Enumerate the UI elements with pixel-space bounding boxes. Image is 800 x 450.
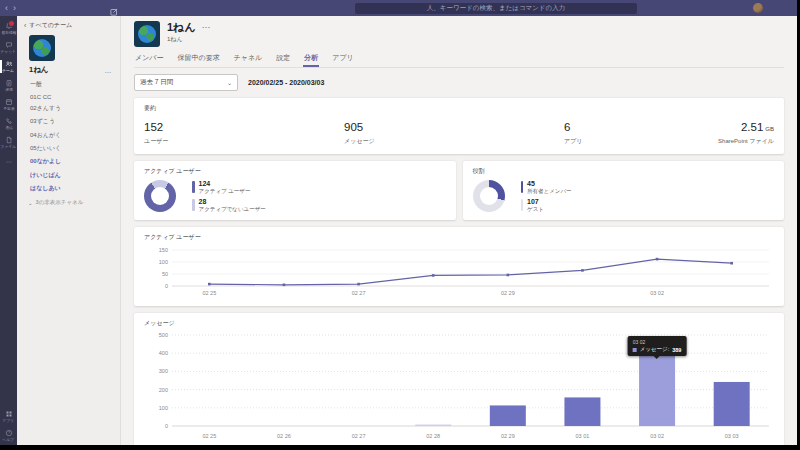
rail-item-label: アプリ xyxy=(3,419,15,423)
nav-back-icon[interactable]: ‹ xyxy=(5,4,8,13)
legend-item: 45所有者とメンバー xyxy=(521,180,572,195)
metric-label: アプリ xyxy=(564,137,704,146)
channel-item[interactable]: 03ずこう xyxy=(17,115,120,128)
tab-分析[interactable]: 分析 xyxy=(303,51,319,67)
tooltip-date: 03 02 xyxy=(633,339,682,345)
rail-item-label: チャット xyxy=(1,50,17,54)
rail-item-label: チーム xyxy=(3,69,15,73)
messages-bar-chart[interactable]: 03 02 メッセージ: 389 010020030040050002 2502… xyxy=(144,330,774,445)
bar-chart-title: メッセージ xyxy=(144,319,774,328)
metric-unit: GB xyxy=(765,126,774,132)
metric-value: 905 xyxy=(344,121,363,133)
rail-item-activity[interactable]: 最新情報 xyxy=(0,19,17,38)
summary-title: 要約 xyxy=(144,104,774,113)
channel-item[interactable]: 一般 xyxy=(17,78,120,91)
user-avatar[interactable] xyxy=(753,3,763,13)
team-more-icon[interactable]: … xyxy=(105,67,113,74)
svg-text:200: 200 xyxy=(159,386,168,392)
screen: ‹ › 人、キーワードの検索、またはコマンドの入力 最新情報チャットチーム課題予… xyxy=(0,0,800,450)
roles-card: 役割 45所有者とメンバー107ゲスト xyxy=(463,161,785,220)
team-name: 1ねん xyxy=(29,65,49,75)
svg-text:03 01: 03 01 xyxy=(576,433,590,439)
svg-text:100: 100 xyxy=(159,405,168,411)
svg-text:100: 100 xyxy=(159,259,168,265)
legend-item: 107ゲスト xyxy=(521,198,572,213)
donut-cards-row: アクティブ ユーザー 124アクティブ ユーザー28アクティブでないユーザー 役… xyxy=(134,161,784,220)
channel-item[interactable]: 05たいいく xyxy=(17,142,120,155)
hidden-channels-toggle[interactable]: ⌄ 3の非表示チャネル xyxy=(17,195,120,206)
all-teams-back-link[interactable]: ‹ すべてのチーム xyxy=(17,19,120,32)
team-avatar[interactable] xyxy=(29,35,55,61)
metric-label: ユーザー xyxy=(144,137,344,146)
legend-label: アクティブ ユーザー xyxy=(199,188,251,195)
hidden-channels-label: 3の非表示チャネル xyxy=(36,199,84,206)
app-body: 最新情報チャットチーム課題予定表通話ファイルアプリ?ヘルプ ‹ すべてのチーム … xyxy=(0,16,797,445)
svg-text:500: 500 xyxy=(159,332,168,338)
channel-item[interactable]: はなしあい xyxy=(17,182,120,195)
metric-value: 6 xyxy=(564,121,570,133)
legend-label: アクティブでないユーザー xyxy=(199,206,266,213)
tab-アプリ[interactable]: アプリ xyxy=(331,51,355,67)
svg-text:02 25: 02 25 xyxy=(202,433,216,439)
rail-item-apps[interactable]: アプリ xyxy=(0,407,17,426)
tab-設定[interactable]: 設定 xyxy=(275,51,291,67)
rail-item-calendar[interactable]: 予定表 xyxy=(0,95,17,114)
teams-app-window: ‹ › 人、キーワードの検索、またはコマンドの入力 最新情報チャットチーム課題予… xyxy=(0,0,797,445)
tab-チャネル[interactable]: チャネル xyxy=(233,51,264,67)
metric-label: メッセージ xyxy=(344,137,564,146)
legend-label: ゲスト xyxy=(527,206,544,213)
rail-item-files[interactable]: ファイル xyxy=(0,133,17,152)
legend-value: 28 xyxy=(199,198,266,206)
channel-item[interactable]: 00なかよし xyxy=(17,155,120,168)
tab-保留中の要求[interactable]: 保留中の要求 xyxy=(177,51,221,67)
svg-text:0: 0 xyxy=(165,423,168,429)
tab-bar: メンバー保留中の要求チャネル設定分析アプリ xyxy=(134,51,784,68)
svg-text:03 02: 03 02 xyxy=(650,433,664,439)
channel-item[interactable]: 01C CC xyxy=(17,91,120,101)
header-more-icon[interactable]: ⋯ xyxy=(202,23,210,32)
team-header: 1ねん ⋯ 1ねん xyxy=(134,16,784,47)
svg-text:50: 50 xyxy=(162,271,168,277)
search-placeholder: 人、キーワードの検索、またはコマンドの入力 xyxy=(427,4,565,13)
tooltip-series-swatch xyxy=(633,348,637,352)
page-title: 1ねん xyxy=(167,21,196,34)
summary-metric: 2.51GBSharePoint ファイル xyxy=(704,117,774,146)
svg-text:02 29: 02 29 xyxy=(501,290,515,296)
nav-forward-icon[interactable]: › xyxy=(13,4,16,13)
rail-item-label: 課題 xyxy=(5,88,13,92)
svg-text:400: 400 xyxy=(159,350,168,356)
new-chat-icon[interactable] xyxy=(109,3,119,13)
svg-text:02 28: 02 28 xyxy=(426,433,440,439)
rail-item-chat[interactable]: チャット xyxy=(0,38,17,57)
svg-text:03 02: 03 02 xyxy=(650,290,664,296)
roles-donut-chart xyxy=(473,180,505,212)
channel-item[interactable]: 02さんすう xyxy=(17,102,120,115)
rail-item-label: ヘルプ xyxy=(3,438,15,442)
rail-item-assignments[interactable]: 課題 xyxy=(0,76,17,95)
time-range-select[interactable]: 過去 7 日間 ⌄ xyxy=(134,74,238,91)
svg-text:150: 150 xyxy=(159,247,168,253)
svg-text:300: 300 xyxy=(159,368,168,374)
teams-panel: ‹ すべてのチーム 1ねん … 一般01C CC02さんすう03ずこう04おんが… xyxy=(17,16,121,445)
active-users-line-chart[interactable]: 05010015002 2502 2702 2903 02 xyxy=(144,244,774,302)
legend-item: 28アクティブでないユーザー xyxy=(192,198,266,213)
summary-metric: 905メッセージ xyxy=(344,117,564,146)
team-name-row[interactable]: 1ねん … xyxy=(17,61,120,78)
rail-item-calls[interactable]: 通話 xyxy=(0,114,17,133)
rail-item-help[interactable]: ?ヘルプ xyxy=(0,426,17,445)
chevron-down-icon: ⌄ xyxy=(28,200,33,206)
search-input[interactable]: 人、キーワードの検索、またはコマンドの入力 xyxy=(355,3,637,14)
tooltip-series-label: メッセージ: xyxy=(640,346,670,353)
summary-card: 要約 152ユーザー905メッセージ6アプリ2.51GBSharePoint フ… xyxy=(134,98,784,154)
rail-item-teams[interactable]: チーム xyxy=(0,57,17,76)
rail-item-more[interactable] xyxy=(0,152,17,171)
roles-card-title: 役割 xyxy=(473,167,775,176)
apps-icon xyxy=(5,410,13,418)
tab-メンバー[interactable]: メンバー xyxy=(134,51,165,67)
channel-item[interactable]: 04おんがく xyxy=(17,129,120,142)
team-header-avatar xyxy=(134,21,160,47)
rail-item-label: 最新情報 xyxy=(1,31,16,35)
channel-item[interactable]: けいじばん xyxy=(17,169,120,182)
calls-icon xyxy=(5,117,13,125)
channel-list: 一般01C CC02さんすう03ずこう04おんがく05たいいく00なかよしけいじ… xyxy=(17,78,120,195)
